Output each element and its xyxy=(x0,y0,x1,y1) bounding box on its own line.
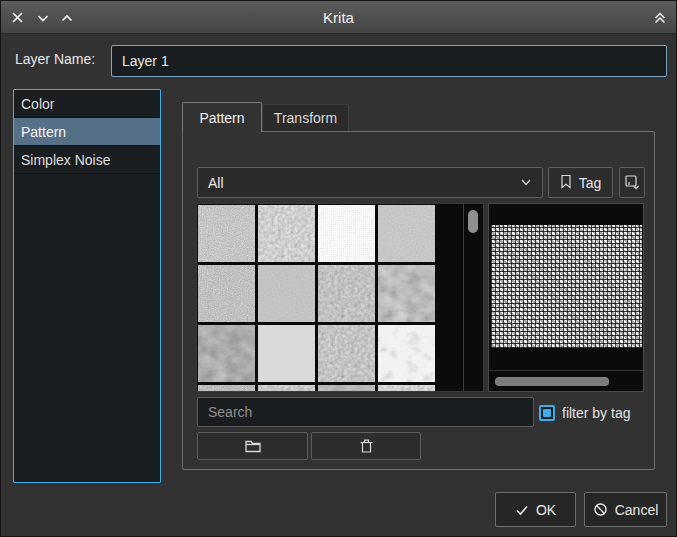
trash-icon xyxy=(359,438,374,454)
tab-pattern[interactable]: Pattern xyxy=(182,102,262,132)
generator-list: ColorPatternSimplex Noise xyxy=(13,89,161,483)
pattern-thumbnail-5[interactable] xyxy=(198,265,255,322)
tag-menu-icon xyxy=(624,174,641,191)
collapse-icon[interactable] xyxy=(651,9,668,26)
pattern-thumbnail-1[interactable] xyxy=(198,205,255,262)
folder-icon xyxy=(244,438,262,454)
pattern-thumbnail-4[interactable] xyxy=(378,205,435,262)
tag-button-label: Tag xyxy=(579,175,602,191)
pattern-thumbnail-12[interactable] xyxy=(378,325,435,382)
list-item-simplex-noise[interactable]: Simplex Noise xyxy=(14,146,160,174)
pattern-preview-image xyxy=(491,225,642,348)
window-title: Krita xyxy=(1,1,676,34)
titlebar[interactable]: Krita xyxy=(1,1,676,34)
bookmark-icon xyxy=(560,174,572,192)
pattern-grid-view xyxy=(196,203,484,392)
cancel-button[interactable]: Cancel xyxy=(584,492,667,527)
ok-button-label: OK xyxy=(536,502,556,518)
pattern-thumbnail-10[interactable] xyxy=(258,325,315,382)
pattern-thumbnail-14[interactable] xyxy=(258,385,315,392)
pattern-thumbnail-3[interactable] xyxy=(318,205,375,262)
tag-menu-button[interactable] xyxy=(619,167,645,198)
layer-name-label: Layer Name: xyxy=(15,51,95,67)
pattern-thumbnail-13[interactable] xyxy=(198,385,255,392)
delete-resource-button[interactable] xyxy=(311,432,421,460)
filter-by-tag-label: filter by tag xyxy=(562,405,630,421)
search-input[interactable] xyxy=(197,397,534,427)
preview-separator xyxy=(489,370,643,371)
pattern-thumbnail-8[interactable] xyxy=(378,265,435,322)
fill-layer-dialog: Krita Layer Name: ColorPatternSimplex No… xyxy=(0,0,677,537)
pattern-preview xyxy=(488,203,644,392)
horizontal-scrollbar[interactable] xyxy=(495,377,609,386)
pattern-thumbnail-11[interactable] xyxy=(318,325,375,382)
pattern-thumbnail-15[interactable] xyxy=(318,385,375,392)
filter-by-tag-checkbox[interactable] xyxy=(539,405,555,421)
scrollbar-separator xyxy=(463,204,464,391)
tab-transform-label: Transform xyxy=(274,110,337,126)
pattern-thumbnail-2[interactable] xyxy=(258,205,315,262)
pattern-thumbnail-9[interactable] xyxy=(198,325,255,382)
layer-name-input[interactable] xyxy=(111,45,667,77)
list-item-color[interactable]: Color xyxy=(14,90,160,118)
tag-button[interactable]: Tag xyxy=(548,167,613,198)
chevron-down-icon xyxy=(520,175,532,191)
pattern-thumbnail-16[interactable] xyxy=(378,385,435,392)
vertical-scrollbar[interactable] xyxy=(468,210,478,233)
cancel-button-label: Cancel xyxy=(615,502,659,518)
pattern-thumbnail-6[interactable] xyxy=(258,265,315,322)
tab-pattern-label: Pattern xyxy=(199,110,244,126)
cancel-icon xyxy=(593,502,608,517)
tag-filter-dropdown[interactable]: All xyxy=(197,167,543,198)
list-item-pattern[interactable]: Pattern xyxy=(14,118,160,146)
check-icon xyxy=(515,503,529,517)
tab-transform[interactable]: Transform xyxy=(262,104,349,131)
tag-filter-value: All xyxy=(208,175,224,191)
import-resource-button[interactable] xyxy=(197,432,308,460)
pattern-grid xyxy=(198,205,435,392)
ok-button[interactable]: OK xyxy=(495,492,576,527)
pattern-thumbnail-7[interactable] xyxy=(318,265,375,322)
